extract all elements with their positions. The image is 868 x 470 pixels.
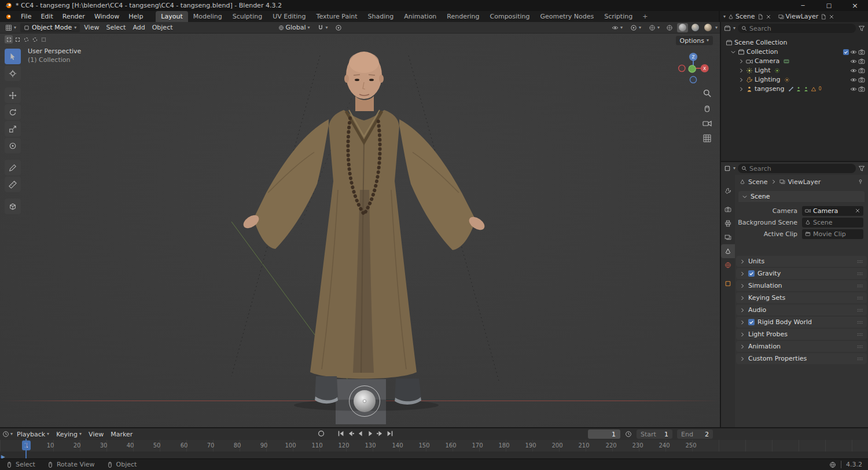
background-scene-value[interactable]: Scene: [802, 218, 863, 227]
outliner-editor-chevron[interactable]: ▾: [733, 26, 735, 31]
workspace-tab-layout[interactable]: Layout: [156, 11, 187, 22]
workspace-tab-shading[interactable]: Shading: [363, 11, 399, 22]
tool-transform[interactable]: [5, 138, 21, 153]
expand-icon[interactable]: [738, 68, 744, 74]
light-object-gizmo[interactable]: [349, 385, 380, 417]
scene-selector[interactable]: Scene: [728, 13, 755, 20]
hide-eye-icon[interactable]: [850, 49, 857, 56]
gizmo-neg-x-axis[interactable]: [679, 65, 685, 71]
tool-add-cube[interactable]: [5, 199, 21, 214]
drag-grip-icon[interactable]: [856, 319, 863, 326]
editor-type-selector[interactable]: ▾: [2, 22, 19, 33]
show-gizmo-toggle[interactable]: ▾: [627, 24, 644, 31]
object-visibility-dropdown[interactable]: ▾: [609, 24, 626, 31]
workspace-tab-geometry-nodes[interactable]: Geometry Nodes: [535, 11, 599, 22]
scene-panel-header[interactable]: Scene: [738, 191, 865, 202]
pin-icon[interactable]: [858, 179, 863, 185]
timeline-editor-icon[interactable]: [2, 431, 9, 438]
shading-dropdown-chevron[interactable]: ▾: [715, 25, 718, 30]
workspace-tab-modeling[interactable]: Modeling: [188, 11, 227, 22]
menu-file[interactable]: File: [16, 11, 36, 22]
navigation-gizmo[interactable]: Z X: [676, 51, 711, 86]
next-keyframe-icon[interactable]: [376, 429, 384, 438]
render-visibility-icon[interactable]: [858, 49, 865, 56]
expand-icon[interactable]: [738, 86, 744, 92]
blender-menu-icon[interactable]: [0, 11, 16, 22]
tool-annotate[interactable]: [5, 160, 21, 175]
timeline-ruler[interactable]: 10 20 30 40 50 60 70 80 90 100 110 120 1…: [0, 440, 868, 451]
play-reverse-icon[interactable]: [356, 429, 365, 438]
hide-eye-icon[interactable]: [850, 67, 857, 74]
drag-grip-icon[interactable]: [856, 307, 863, 314]
properties-search[interactable]: [738, 164, 856, 173]
titlebar[interactable]: * CC4 - tangseng [H:\blender\CC4 - tangs…: [0, 0, 868, 11]
outliner-search-input[interactable]: [749, 25, 852, 32]
filter-icon[interactable]: [858, 25, 865, 32]
drag-grip-icon[interactable]: [856, 331, 863, 338]
outliner-row-lighting[interactable]: Lighting: [721, 75, 868, 84]
tool-rotate[interactable]: [5, 104, 21, 120]
shading-solid-button[interactable]: [677, 23, 688, 32]
workspace-tab-animation[interactable]: Animation: [399, 11, 442, 22]
hide-eye-icon[interactable]: [850, 76, 857, 83]
ortho-grid-icon[interactable]: [703, 134, 712, 143]
jump-to-end-icon[interactable]: [386, 429, 394, 438]
tool-measure[interactable]: [5, 177, 21, 192]
drag-grip-icon[interactable]: [856, 295, 863, 302]
select-mode-circle-button[interactable]: [22, 35, 30, 43]
workspace-tab-texture-paint[interactable]: Texture Paint: [311, 11, 363, 22]
camera-view-icon[interactable]: [703, 119, 712, 128]
tab-object[interactable]: [721, 277, 735, 291]
unlink-scene-icon[interactable]: [766, 14, 771, 20]
section-audio[interactable]: Audio: [736, 304, 867, 315]
current-frame-field[interactable]: 1: [588, 429, 620, 439]
outliner-row-light[interactable]: Light: [721, 66, 868, 75]
select-mode-lasso-button[interactable]: [31, 35, 39, 43]
select-mode-extra-button[interactable]: [39, 35, 47, 43]
viewport-menu-add[interactable]: Add: [130, 22, 148, 33]
expand-icon[interactable]: [738, 58, 744, 64]
tool-scale[interactable]: [5, 121, 21, 137]
render-visibility-icon[interactable]: [858, 58, 865, 65]
preview-range-clock-icon[interactable]: [625, 431, 632, 438]
collection-checkbox[interactable]: [843, 49, 849, 55]
proportional-editing-toggle[interactable]: [332, 22, 345, 33]
add-workspace-button[interactable]: +: [638, 11, 652, 22]
viewport-menu-view[interactable]: View: [81, 22, 102, 33]
section-light-probes[interactable]: Light Probes: [736, 329, 867, 340]
properties-filter-icon[interactable]: [858, 165, 865, 172]
menu-help[interactable]: Help: [124, 11, 148, 22]
viewport-canvas[interactable]: User Perspective (1) Collection Options▾: [0, 34, 720, 427]
mode-dropdown[interactable]: Object Mode▾: [20, 23, 80, 32]
workspace-tab-scripting[interactable]: Scripting: [599, 11, 638, 22]
rigid-body-checkbox[interactable]: [748, 319, 755, 325]
options-button[interactable]: Options▾: [676, 36, 713, 45]
timeline-editor-chevron[interactable]: ▾: [10, 432, 13, 436]
start-frame-field[interactable]: Start 1: [637, 429, 672, 439]
gravity-checkbox[interactable]: [748, 270, 755, 277]
pan-hand-icon[interactable]: [703, 104, 712, 113]
viewport-menu-select[interactable]: Select: [103, 22, 128, 33]
properties-editor-chevron[interactable]: ▾: [733, 166, 735, 171]
new-scene-icon[interactable]: [757, 14, 763, 20]
breadcrumb-scene[interactable]: Scene: [748, 178, 768, 186]
select-mode-box-button[interactable]: [13, 35, 21, 43]
end-frame-field[interactable]: End 2: [677, 429, 713, 439]
viewlayer-selector[interactable]: ViewLayer: [778, 13, 819, 20]
shading-wireframe-button[interactable]: [664, 23, 675, 32]
workspace-tab-rendering[interactable]: Rendering: [442, 11, 484, 22]
outliner-row-tangseng[interactable]: tangseng 0: [721, 85, 868, 93]
properties-editor-icon[interactable]: [724, 165, 731, 172]
drag-grip-icon[interactable]: [856, 258, 863, 265]
render-visibility-icon[interactable]: [858, 86, 865, 93]
outliner-editor-icon[interactable]: [724, 25, 731, 32]
render-visibility-icon[interactable]: [858, 76, 865, 83]
collection-expand-icon[interactable]: [730, 49, 736, 55]
expand-icon[interactable]: [738, 77, 744, 83]
clear-camera-icon[interactable]: [855, 208, 860, 214]
drag-grip-icon[interactable]: [856, 282, 863, 289]
section-gravity[interactable]: Gravity: [736, 268, 867, 279]
drag-grip-icon[interactable]: [856, 343, 863, 350]
show-overlays-toggle[interactable]: ▾: [646, 24, 663, 31]
playhead-line[interactable]: [25, 439, 27, 459]
